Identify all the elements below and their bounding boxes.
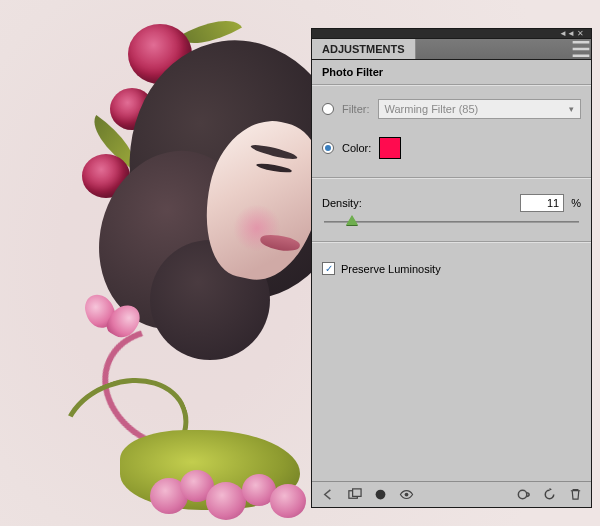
svg-point-3	[404, 493, 408, 497]
filter-select[interactable]: Warming Filter (85) ▾	[378, 99, 582, 119]
filter-label: Filter:	[342, 103, 370, 115]
visibility-eye-icon[interactable]	[398, 487, 414, 503]
panel-footer	[312, 481, 591, 507]
color-swatch[interactable]	[379, 137, 401, 159]
density-label: Density:	[322, 197, 362, 209]
svg-point-2	[375, 490, 385, 500]
density-input[interactable]	[520, 194, 564, 212]
clip-icon[interactable]	[515, 487, 531, 503]
divider	[312, 241, 591, 242]
filter-select-value: Warming Filter (85)	[385, 103, 479, 115]
divider	[312, 177, 591, 178]
reset-icon[interactable]	[541, 487, 557, 503]
svg-rect-1	[352, 489, 360, 497]
preserve-luminosity-checkbox[interactable]: ✓	[322, 262, 335, 275]
mask-circle-icon[interactable]	[372, 487, 388, 503]
close-icon[interactable]: ✕	[575, 30, 585, 37]
density-block: Density: %	[312, 188, 591, 229]
color-label: Color:	[342, 142, 371, 154]
panel-section-title: Photo Filter	[312, 60, 591, 82]
svg-point-4	[518, 490, 526, 498]
collapse-left-icon[interactable]: ◄◄	[562, 30, 572, 37]
panel-tabbar: ADJUSTMENTS	[311, 38, 592, 60]
back-arrow-icon[interactable]	[320, 487, 336, 503]
filter-radio[interactable]	[322, 103, 334, 115]
slider-thumb[interactable]	[346, 215, 358, 225]
preserve-luminosity-row: ✓ Preserve Luminosity	[312, 252, 591, 285]
tab-adjustments[interactable]: ADJUSTMENTS	[312, 39, 416, 59]
color-radio[interactable]	[322, 142, 334, 154]
adjustments-panel: ◄◄ ✕ ADJUSTMENTS Photo Filter Filter: Wa…	[311, 28, 592, 508]
artwork-illustration	[0, 0, 320, 526]
divider	[312, 84, 591, 85]
tab-label: ADJUSTMENTS	[322, 43, 405, 55]
trash-icon[interactable]	[567, 487, 583, 503]
chevron-down-icon: ▾	[569, 104, 574, 114]
layer-badge-icon[interactable]	[346, 487, 362, 503]
document-canvas: ◄◄ ✕ ADJUSTMENTS Photo Filter Filter: Wa…	[0, 0, 600, 526]
density-unit: %	[571, 197, 581, 209]
panel-collapse-bar[interactable]: ◄◄ ✕	[311, 28, 592, 38]
filter-row: Filter: Warming Filter (85) ▾	[312, 95, 591, 123]
panel-flyout-menu-icon[interactable]	[571, 39, 591, 59]
slider-track	[324, 221, 579, 223]
color-row: Color:	[312, 133, 591, 163]
panel-empty-area	[312, 285, 591, 481]
density-slider[interactable]	[324, 215, 579, 229]
preserve-luminosity-label: Preserve Luminosity	[341, 263, 441, 275]
panel-body: Photo Filter Filter: Warming Filter (85)…	[311, 60, 592, 508]
